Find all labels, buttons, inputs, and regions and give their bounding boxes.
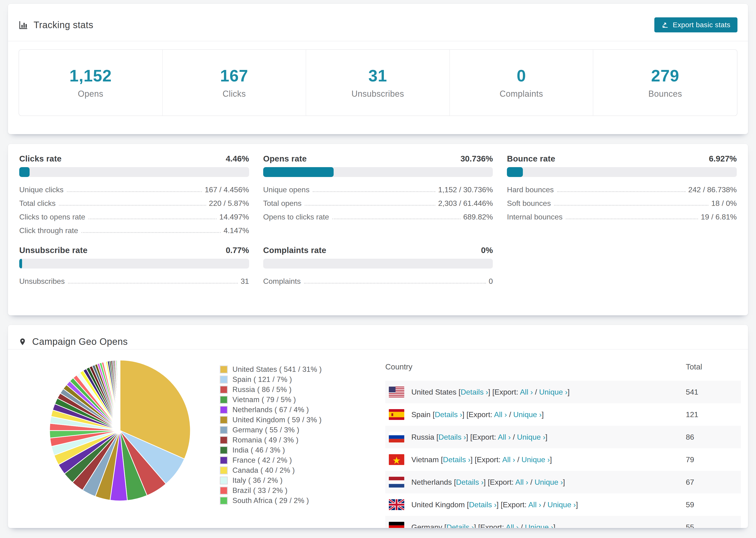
country-cell: United States [Details ›] [Export: All ›… — [411, 388, 686, 397]
detail-row: Click through rate4.147% — [19, 226, 249, 235]
rate-title: Bounce rate — [507, 154, 555, 163]
geo-table-row-de: Germany [Details ›] [Export: All › / Uni… — [385, 516, 741, 528]
export-basic-stats-button[interactable]: Export basic stats — [654, 17, 737, 32]
stat-label: Opens — [78, 89, 104, 99]
export-unique-link-es[interactable]: Unique › — [513, 410, 542, 419]
geo-pie-chart[interactable] — [47, 358, 193, 504]
country-cell: Spain [Details ›] [Export: All › / Uniqu… — [411, 410, 686, 419]
stat-value: 167 — [220, 67, 248, 85]
legend-swatch — [220, 487, 228, 495]
export-all-link-es[interactable]: All › — [494, 410, 507, 419]
export-all-link-ru[interactable]: All › — [498, 433, 511, 441]
geo-table-row-vn: Vietnam [Details ›] [Export: All › / Uni… — [385, 448, 741, 471]
legend-item-france[interactable]: France ( 42 / 2% ) — [220, 455, 351, 465]
export-unique-link-nl[interactable]: Unique › — [535, 478, 563, 486]
progress-bar — [19, 259, 249, 269]
stat-cell-complaints: 0Complaints — [450, 50, 594, 116]
total-cell: 59 — [686, 501, 741, 509]
export-all-link-gb[interactable]: All › — [528, 501, 541, 509]
country-cell: Russia [Details ›] [Export: All › / Uniq… — [411, 433, 686, 442]
legend-swatch — [220, 416, 228, 424]
stat-value: 0 — [517, 67, 526, 85]
legend-label: Germany ( 55 / 3% ) — [233, 426, 299, 434]
legend-item-united-states[interactable]: United States ( 541 / 31% ) — [220, 364, 351, 374]
legend-item-netherlands[interactable]: Netherlands ( 67 / 4% ) — [220, 405, 351, 415]
campaign-geo-opens-card: Campaign Geo Opens United States ( 541 /… — [8, 325, 748, 528]
legend-item-vietnam[interactable]: Vietnam ( 79 / 5% ) — [220, 395, 351, 405]
detail-row: Total opens2,303 / 61.446% — [263, 199, 493, 208]
stat-cell-bounces: 279Bounces — [593, 50, 737, 116]
detail-row: Unique clicks167 / 4.456% — [19, 186, 249, 194]
rates-card: Clicks rate4.46%Unique clicks167 / 4.456… — [8, 144, 748, 315]
legend-item-romania[interactable]: Romania ( 49 / 3% ) — [220, 435, 351, 445]
country-cell: Vietnam [Details ›] [Export: All › / Uni… — [411, 456, 686, 464]
total-cell: 86 — [686, 433, 741, 442]
country-cell: Netherlands [Details ›] [Export: All › /… — [411, 478, 686, 487]
rate-title: Unsubscribe rate — [19, 245, 87, 255]
details-link-us[interactable]: Details › — [460, 388, 488, 396]
legend-label: Canada ( 40 / 2% ) — [233, 466, 295, 475]
total-cell: 67 — [686, 478, 741, 487]
map-pin-icon — [19, 337, 27, 347]
legend-item-united-kingdom[interactable]: United Kingdom ( 59 / 3% ) — [220, 415, 351, 425]
detail-row: Opens to clicks rate689.82% — [263, 213, 493, 221]
legend-item-spain[interactable]: Spain ( 121 / 7% ) — [220, 374, 351, 385]
legend-swatch — [220, 466, 228, 474]
legend-item-india[interactable]: India ( 46 / 3% ) — [220, 445, 351, 455]
legend-swatch — [220, 376, 228, 384]
geo-table-row-es: Spain [Details ›] [Export: All › / Uniqu… — [385, 403, 741, 426]
stat-summary-row: 1,152Opens167Clicks31Unsubscribes0Compla… — [19, 49, 737, 116]
export-all-link-us[interactable]: All › — [520, 388, 533, 396]
details-link-de[interactable]: Details › — [446, 523, 474, 528]
legend-item-canada[interactable]: Canada ( 40 / 2% ) — [220, 465, 351, 475]
legend-item-italy[interactable]: Italy ( 36 / 2% ) — [220, 475, 351, 485]
stat-label: Clicks — [223, 89, 246, 99]
export-all-link-nl[interactable]: All › — [515, 478, 528, 486]
legend-item-germany[interactable]: Germany ( 55 / 3% ) — [220, 425, 351, 435]
legend-swatch — [220, 406, 228, 414]
export-unique-link-ru[interactable]: Unique › — [517, 433, 545, 441]
rate-block-unsubscribe-rate: Unsubscribe rate0.77%Unsubscribes31 — [19, 245, 249, 286]
rate-value: 0.77% — [226, 245, 249, 255]
legend-label: Russia ( 86 / 5% ) — [233, 385, 292, 394]
details-link-es[interactable]: Details › — [435, 410, 462, 419]
stat-label: Bounces — [648, 89, 682, 99]
legend-item-russia[interactable]: Russia ( 86 / 5% ) — [220, 385, 351, 395]
country-column-header: Country — [385, 362, 686, 371]
total-cell: 55 — [686, 523, 741, 528]
legend-label: United States ( 541 / 31% ) — [233, 365, 322, 374]
progress-bar — [263, 259, 493, 269]
rate-block-clicks-rate: Clicks rate4.46%Unique clicks167 / 4.456… — [19, 154, 249, 235]
legend-item-south-africa[interactable]: South Africa ( 29 / 2% ) — [220, 496, 351, 506]
legend-label: Netherlands ( 67 / 4% ) — [233, 405, 309, 414]
rate-block-opens-rate: Opens rate30.736%Unique opens1,152 / 30.… — [263, 154, 493, 235]
rate-block-complaints-rate: Complaints rate0%Complaints0 — [263, 245, 493, 286]
detail-row: Clicks to opens rate14.497% — [19, 213, 249, 221]
legend-label: Italy ( 36 / 2% ) — [233, 476, 283, 485]
details-link-gb[interactable]: Details › — [469, 501, 496, 509]
pie-slice-49[interactable] — [120, 360, 120, 430]
export-unique-link-vn[interactable]: Unique › — [521, 456, 550, 464]
legend-swatch — [220, 497, 228, 505]
page-title: Tracking stats — [33, 20, 93, 30]
export-unique-link-gb[interactable]: Unique › — [548, 501, 576, 509]
rate-title: Opens rate — [263, 154, 307, 163]
export-all-link-de[interactable]: All › — [506, 523, 519, 528]
rate-block-bounce-rate: Bounce rate6.927%Hard bounces242 / 86.73… — [507, 154, 737, 235]
legend-swatch — [220, 476, 228, 484]
progress-bar — [263, 167, 493, 177]
rate-title: Clicks rate — [19, 154, 62, 163]
details-link-vn[interactable]: Details › — [443, 456, 470, 464]
country-cell: Germany [Details ›] [Export: All › / Uni… — [411, 523, 686, 528]
details-link-ru[interactable]: Details › — [439, 433, 466, 441]
export-all-link-vn[interactable]: All › — [502, 456, 515, 464]
rate-value: 4.46% — [226, 154, 249, 163]
legend-label: France ( 42 / 2% ) — [233, 456, 292, 464]
total-cell: 121 — [686, 410, 741, 419]
legend-item-brazil[interactable]: Brazil ( 33 / 2% ) — [220, 485, 351, 496]
geo-legend: United States ( 541 / 31% )Spain ( 121 /… — [220, 364, 351, 506]
details-link-nl[interactable]: Details › — [456, 478, 483, 486]
export-unique-link-us[interactable]: Unique › — [539, 388, 567, 396]
total-cell: 79 — [686, 456, 741, 464]
export-unique-link-de[interactable]: Unique › — [525, 523, 553, 528]
